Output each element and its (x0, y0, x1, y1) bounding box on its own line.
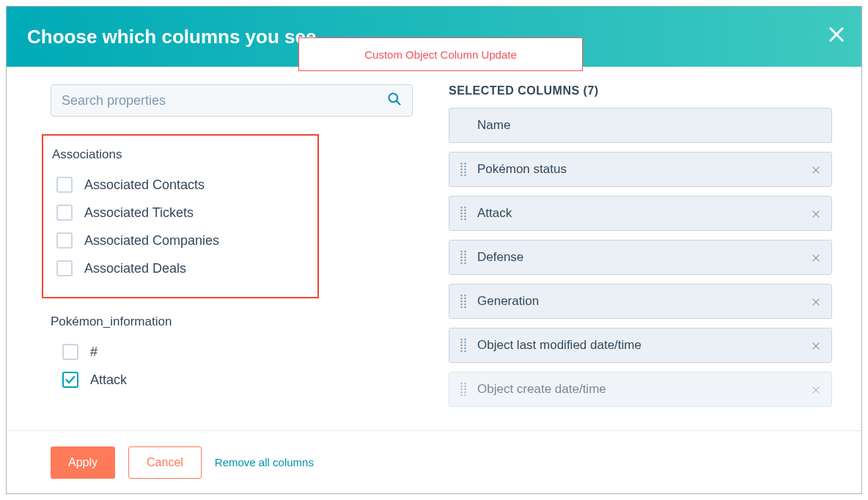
svg-point-71 (464, 391, 466, 393)
pokemon-info-label: # (90, 345, 98, 360)
group-title-pokemon-info: Pokémon_information (51, 315, 413, 329)
selected-column-item[interactable]: Object last modified date/time (449, 328, 832, 363)
svg-point-21 (464, 213, 466, 214)
drag-handle-icon[interactable] (460, 381, 467, 397)
selected-column-label: Generation (477, 294, 811, 309)
search-icon[interactable] (387, 92, 402, 109)
checkbox-icon[interactable] (62, 372, 78, 388)
checkbox-icon[interactable] (56, 260, 73, 276)
svg-point-9 (464, 169, 466, 170)
svg-point-35 (464, 260, 466, 261)
svg-point-66 (460, 386, 462, 387)
apply-button[interactable]: Apply (51, 446, 115, 479)
selected-column-label: Object last modified date/time (477, 338, 811, 353)
close-icon[interactable] (826, 24, 847, 48)
association-label: Associated Contacts (84, 177, 205, 193)
pokemon-info-checkbox-row[interactable]: Attack (62, 366, 413, 394)
svg-point-60 (460, 350, 462, 352)
svg-point-40 (460, 295, 462, 296)
selected-columns-panel: SELECTED COLUMNS (7) NamePokémon statusA… (413, 67, 861, 468)
svg-point-54 (460, 342, 462, 343)
svg-point-72 (460, 394, 462, 396)
svg-point-4 (460, 163, 462, 164)
association-checkbox-row[interactable]: Associated Companies (56, 227, 304, 254)
selected-column-label: Pokémon status (477, 162, 811, 177)
checkbox-icon[interactable] (56, 177, 73, 193)
svg-point-22 (460, 216, 462, 217)
drag-handle-icon[interactable] (460, 337, 467, 353)
svg-point-36 (460, 262, 462, 264)
selected-column-item[interactable]: Generation (449, 284, 832, 319)
svg-point-43 (464, 298, 466, 299)
drag-handle-icon[interactable] (460, 161, 467, 177)
svg-point-42 (460, 298, 462, 299)
remove-column-icon[interactable] (811, 252, 821, 262)
svg-point-47 (464, 304, 466, 305)
svg-point-34 (460, 260, 462, 261)
svg-point-64 (460, 383, 462, 384)
search-input[interactable] (62, 93, 387, 109)
svg-point-11 (464, 172, 466, 173)
svg-point-57 (464, 345, 466, 346)
remove-column-icon[interactable] (811, 384, 821, 394)
svg-point-20 (460, 213, 462, 214)
svg-point-10 (460, 172, 462, 173)
svg-point-70 (460, 391, 462, 393)
selected-column-item[interactable]: Object create date/time (449, 372, 832, 407)
svg-point-32 (460, 257, 462, 258)
svg-point-56 (460, 345, 462, 346)
annotation-text: Custom Object Column Update (364, 48, 517, 61)
svg-point-48 (460, 306, 462, 308)
drag-handle-icon[interactable] (460, 205, 467, 221)
svg-point-33 (464, 257, 466, 258)
drag-handle-icon[interactable] (460, 249, 467, 265)
svg-point-24 (460, 218, 462, 220)
svg-point-23 (464, 216, 466, 217)
svg-point-44 (460, 301, 462, 302)
checkbox-icon[interactable] (62, 344, 78, 360)
svg-point-58 (460, 348, 462, 349)
association-label: Associated Deals (84, 261, 186, 276)
remove-column-icon[interactable] (811, 340, 821, 350)
remove-column-icon[interactable] (811, 164, 821, 174)
cancel-button[interactable]: Cancel (128, 446, 202, 479)
svg-point-59 (464, 348, 466, 349)
remove-column-icon[interactable] (811, 208, 821, 218)
group-title-associations: Associations (52, 147, 304, 162)
selected-column-item[interactable]: Defense (449, 240, 832, 275)
selected-columns-list: NamePokémon statusAttackDefenseGeneratio… (449, 108, 832, 407)
svg-point-67 (464, 386, 466, 387)
checkbox-icon[interactable] (56, 205, 73, 221)
remove-all-columns-link[interactable]: Remove all columns (215, 456, 314, 468)
associations-highlight-box: Associations Associated ContactsAssociat… (42, 134, 319, 298)
selected-column-label: Object create date/time (477, 382, 811, 397)
available-properties-panel: Associations Associated ContactsAssociat… (7, 67, 413, 468)
selected-columns-title: SELECTED COLUMNS (7) (449, 84, 832, 98)
selected-column-item[interactable]: Pokémon status (449, 152, 832, 187)
selected-column-item[interactable]: Attack (449, 196, 832, 231)
svg-point-46 (460, 304, 462, 305)
dialog-title: Choose which columns you see (27, 26, 316, 48)
remove-column-icon[interactable] (811, 296, 821, 306)
svg-point-8 (460, 169, 462, 170)
checkbox-icon[interactable] (56, 232, 73, 249)
svg-point-19 (464, 210, 466, 211)
svg-point-31 (464, 254, 466, 255)
pokemon-info-checkbox-row[interactable]: # (62, 338, 413, 366)
selected-column-label: Defense (477, 250, 811, 265)
svg-point-69 (464, 389, 466, 390)
svg-point-13 (464, 174, 466, 176)
svg-point-52 (460, 339, 462, 340)
svg-point-7 (464, 166, 466, 167)
association-checkbox-row[interactable]: Associated Deals (56, 254, 304, 282)
drag-handle-icon[interactable] (460, 293, 467, 309)
annotation-callout: Custom Object Column Update (298, 37, 583, 71)
search-field-wrap[interactable] (51, 84, 413, 117)
svg-point-41 (464, 295, 466, 296)
svg-point-16 (460, 207, 462, 208)
dialog-body: Associations Associated ContactsAssociat… (7, 67, 861, 468)
association-checkbox-row[interactable]: Associated Contacts (56, 171, 304, 199)
association-checkbox-row[interactable]: Associated Tickets (56, 199, 304, 227)
selected-column-label: Attack (477, 206, 811, 221)
selected-column-item: Name (449, 108, 832, 143)
